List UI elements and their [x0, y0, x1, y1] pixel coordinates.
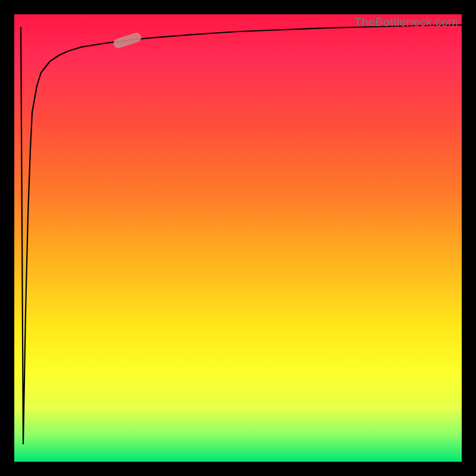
plot-area: TheBottleneck.com [14, 14, 462, 462]
svg-rect-0 [112, 32, 143, 49]
chart-frame: TheBottleneck.com [0, 0, 476, 476]
watermark-text: TheBottleneck.com [354, 15, 458, 29]
curve-layer [14, 14, 462, 462]
curve-marker [112, 32, 143, 49]
bottleneck-curve [21, 25, 462, 444]
